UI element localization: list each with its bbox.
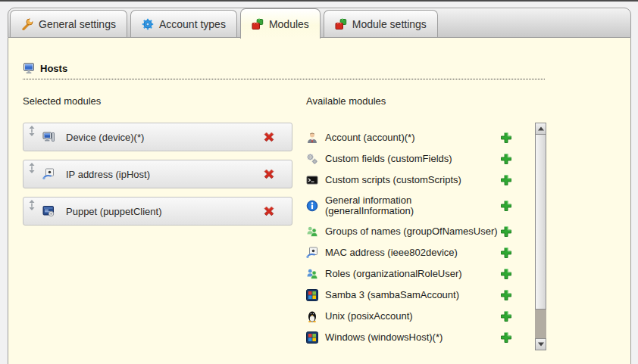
add-module-button[interactable] xyxy=(500,268,512,280)
add-module-button[interactable] xyxy=(500,200,512,212)
available-module-label: MAC address (ieee802device) xyxy=(325,247,458,258)
scroll-up-button[interactable] xyxy=(535,123,546,135)
available-module-row: Roles (organizationalRoleUser) xyxy=(306,268,530,280)
add-module-button[interactable] xyxy=(500,153,512,165)
selected-module-label: IP address (ipHost) xyxy=(66,169,150,180)
tab-general-settings[interactable]: General settings xyxy=(10,10,127,37)
selected-modules-list: Device (device)(*) IP address (ipHost) P… xyxy=(23,123,292,234)
available-module-row: Unix (posixAccount) xyxy=(306,310,530,322)
section-header-hosts: Hosts xyxy=(23,62,545,79)
tab-modules[interactable]: Modules xyxy=(240,8,321,39)
add-module-button[interactable] xyxy=(500,174,512,186)
drag-handle[interactable] xyxy=(28,200,36,210)
red-x-icon xyxy=(263,131,275,143)
section-title: Hosts xyxy=(40,63,67,74)
info-icon xyxy=(306,200,318,212)
up-down-arrow-icon xyxy=(28,200,36,210)
red-x-icon xyxy=(263,205,275,217)
available-module-row: General information (generalInformation) xyxy=(306,195,530,216)
gear-icon xyxy=(142,18,154,30)
add-module-button[interactable] xyxy=(500,132,512,144)
available-module-row: Account (account)(*) xyxy=(306,132,530,144)
selected-module-label: Device (device)(*) xyxy=(66,132,144,143)
green-plus-icon xyxy=(500,200,512,212)
green-plus-icon xyxy=(500,289,512,301)
available-module-row: MAC address (ieee802device) xyxy=(306,247,530,259)
user-icon xyxy=(306,132,318,144)
remove-module-button[interactable] xyxy=(263,205,275,217)
settings-panel: General settings Account types Modules M… xyxy=(8,8,631,364)
drag-handle[interactable] xyxy=(28,126,36,136)
wrench-icon xyxy=(21,18,33,30)
green-plus-icon xyxy=(500,268,512,280)
available-module-label: Custom fields (customFields) xyxy=(325,154,452,164)
available-module-row: Windows (windowsHost)(*) xyxy=(306,331,530,344)
up-down-arrow-icon xyxy=(28,126,36,136)
add-module-button[interactable] xyxy=(500,331,512,344)
red-x-icon xyxy=(263,168,275,180)
available-module-label: Custom scripts (customScripts) xyxy=(325,175,461,185)
up-down-arrow-icon xyxy=(28,163,36,173)
add-module-button[interactable] xyxy=(500,289,512,301)
puppet-icon xyxy=(42,205,55,217)
green-plus-icon xyxy=(500,226,512,238)
scrollbar-thumb[interactable] xyxy=(535,134,546,310)
tux-icon xyxy=(306,310,318,322)
selected-module-row[interactable]: Puppet (puppetClient) xyxy=(23,197,292,226)
network-icon xyxy=(306,247,318,259)
tab-account-types[interactable]: Account types xyxy=(130,10,237,37)
display-icon xyxy=(23,62,35,74)
triangle-down-icon xyxy=(538,343,544,347)
available-modules-label: Available modules xyxy=(306,95,386,107)
add-module-button[interactable] xyxy=(500,226,512,238)
selected-modules-label: Selected modules xyxy=(23,95,101,107)
green-plus-icon xyxy=(500,247,512,259)
tab-label: Module settings xyxy=(352,18,427,30)
green-plus-icon xyxy=(500,331,512,344)
tab-label: Account types xyxy=(159,18,226,30)
available-module-label: General information (generalInformation) xyxy=(325,195,498,216)
tab-label: Modules xyxy=(269,18,309,30)
remove-module-button[interactable] xyxy=(263,131,275,143)
bricks-icon xyxy=(335,18,347,30)
available-module-row: Custom scripts (customScripts) xyxy=(306,174,530,186)
modules-content: Hosts Selected modules Available modules… xyxy=(8,38,631,364)
selected-module-label: Puppet (puppetClient) xyxy=(66,206,161,217)
roles-icon xyxy=(306,268,318,280)
available-module-label: Groups of names (groupOfNamesUser) xyxy=(325,226,498,237)
green-plus-icon xyxy=(500,153,512,165)
available-module-label: Roles (organizationalRoleUser) xyxy=(325,269,462,279)
available-module-row: Custom fields (customFields) xyxy=(306,153,530,165)
gears-icon xyxy=(306,153,318,165)
drag-handle[interactable] xyxy=(28,163,36,173)
green-plus-icon xyxy=(500,132,512,144)
available-list-scrollbar[interactable] xyxy=(535,123,546,350)
window-top-edge xyxy=(0,0,638,2)
remove-module-button[interactable] xyxy=(263,168,275,180)
green-plus-icon xyxy=(500,310,512,322)
selected-module-row[interactable]: Device (device)(*) xyxy=(23,123,292,151)
windows-icon xyxy=(306,289,318,301)
tab-bar: General settings Account types Modules M… xyxy=(8,8,631,38)
available-module-label: Account (account)(*) xyxy=(325,132,415,143)
tab-list: General settings Account types Modules M… xyxy=(10,8,438,37)
tab-module-settings[interactable]: Module settings xyxy=(324,10,438,37)
windows-icon xyxy=(306,331,318,344)
tab-label: General settings xyxy=(39,18,116,30)
available-module-row: Samba 3 (sambaSamAccount) xyxy=(306,289,530,301)
available-module-label: Unix (posixAccount) xyxy=(325,311,413,322)
green-plus-icon xyxy=(500,174,512,186)
group-icon xyxy=(306,226,318,238)
add-module-button[interactable] xyxy=(500,247,512,259)
computer-icon xyxy=(42,131,55,143)
scroll-down-button[interactable] xyxy=(535,338,546,350)
available-module-label: Samba 3 (sambaSamAccount) xyxy=(325,290,459,300)
selected-module-row[interactable]: IP address (ipHost) xyxy=(23,160,292,188)
add-module-button[interactable] xyxy=(500,310,512,322)
triangle-up-icon xyxy=(538,127,544,131)
terminal-icon xyxy=(306,174,318,186)
available-module-row: Groups of names (groupOfNamesUser) xyxy=(306,226,530,238)
network-icon xyxy=(42,168,55,180)
bricks-icon xyxy=(252,18,264,30)
available-module-label: Windows (windowsHost)(*) xyxy=(325,332,443,343)
